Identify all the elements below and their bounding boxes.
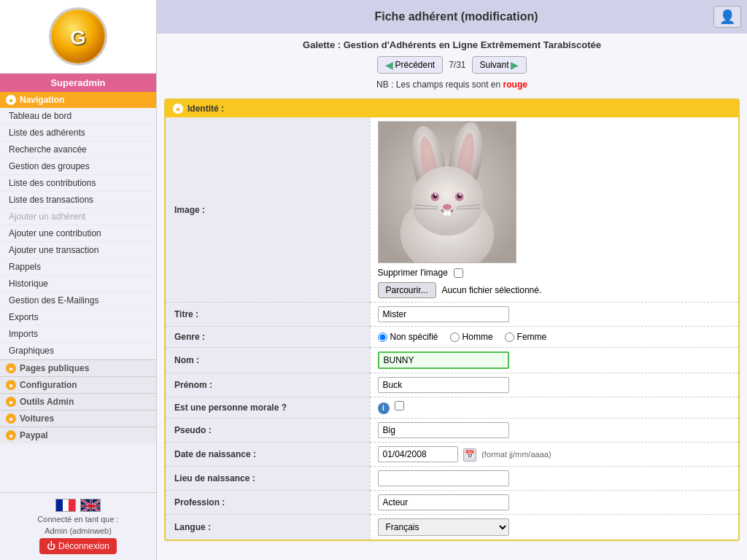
nav-item-imports[interactable]: Imports bbox=[0, 326, 156, 343]
browse-button[interactable]: Parcourir... bbox=[378, 282, 436, 298]
page-indicator: 7/31 bbox=[449, 60, 465, 70]
genre-value: Non spécifié Homme Femme bbox=[370, 327, 738, 348]
app-logo: G bbox=[49, 7, 107, 66]
svg-rect-28 bbox=[447, 211, 451, 216]
disconnect-label: Déconnexion bbox=[58, 541, 109, 551]
v-bullet: ● bbox=[6, 413, 16, 424]
titre-row: Titre : bbox=[166, 303, 738, 327]
remove-image-label: Supprimer l'image bbox=[378, 268, 448, 278]
section-header: ● Identité : bbox=[166, 100, 738, 117]
paypal-bullet: ● bbox=[6, 430, 16, 440]
genre-label: Genre : bbox=[166, 327, 370, 348]
nav-item-gestion-des-e-mailings[interactable]: Gestion des E-Mailings bbox=[0, 292, 156, 309]
date-naissance-input[interactable] bbox=[378, 446, 458, 462]
nav-item-exports[interactable]: Exports bbox=[0, 309, 156, 326]
profession-input[interactable] bbox=[378, 494, 509, 510]
logo-area: G bbox=[0, 0, 156, 74]
remove-image-checkbox[interactable] bbox=[454, 268, 463, 278]
personne-morale-row: Est une personne morale ? i bbox=[166, 397, 738, 419]
nav-bullet: ● bbox=[6, 95, 16, 105]
nav-item-liste-des-adhérents[interactable]: Liste des adhérents bbox=[0, 125, 156, 141]
genre-radio-femme[interactable] bbox=[505, 332, 514, 342]
configuration-label: Configuration bbox=[20, 380, 77, 390]
image-row: Image : bbox=[166, 117, 738, 303]
identity-form-table: Image : bbox=[166, 117, 738, 540]
superadmin-bar: Superadmin bbox=[0, 74, 156, 92]
nav-item-gestion-des-groupes[interactable]: Gestion des groupes bbox=[0, 158, 156, 175]
genre-non-specifie[interactable]: Non spécifié bbox=[378, 332, 438, 342]
nav-item-liste-des-transactions[interactable]: Liste des transactions bbox=[0, 192, 156, 209]
nav-item-historique[interactable]: Historique bbox=[0, 276, 156, 292]
titre-label: Titre : bbox=[166, 303, 370, 327]
genre-radio-group: Non spécifié Homme Femme bbox=[378, 332, 732, 342]
langue-label: Langue : bbox=[166, 515, 370, 540]
info-icon[interactable]: i bbox=[378, 402, 390, 414]
pseudo-input[interactable] bbox=[378, 422, 509, 438]
nom-value bbox=[370, 348, 738, 373]
nav-item-rappels[interactable]: Rappels bbox=[0, 259, 156, 276]
nom-row: Nom : bbox=[166, 348, 738, 373]
svg-point-24 bbox=[434, 193, 436, 195]
next-button[interactable]: Suivant ▶ bbox=[472, 56, 527, 74]
genre-radio-homme[interactable] bbox=[450, 332, 460, 342]
nav-item-ajouter-une-transaction[interactable]: Ajouter une transaction bbox=[0, 242, 156, 259]
profession-value bbox=[370, 491, 738, 515]
navigation-section[interactable]: ● Navigation bbox=[0, 92, 156, 108]
titre-value bbox=[370, 303, 738, 327]
personne-morale-checkbox[interactable] bbox=[395, 401, 404, 411]
nav-item-ajouter-une-contribution[interactable]: Ajouter une contribution bbox=[0, 225, 156, 242]
language-flags bbox=[6, 499, 150, 512]
main-content: Fiche adhérent (modification) 👤 Galette … bbox=[157, 0, 747, 560]
personne-morale-value: i bbox=[370, 397, 738, 419]
outils-admin-label: Outils Admin bbox=[20, 397, 74, 407]
titre-input[interactable] bbox=[378, 306, 509, 322]
flag-french[interactable] bbox=[55, 499, 76, 512]
disconnect-button[interactable]: ⏻ Déconnexion bbox=[39, 538, 117, 554]
lieu-naissance-label: Lieu de naissance : bbox=[166, 467, 370, 491]
prev-button[interactable]: ◀ Précédent bbox=[377, 56, 443, 74]
genre-homme[interactable]: Homme bbox=[450, 332, 493, 342]
genre-femme[interactable]: Femme bbox=[505, 332, 547, 342]
oa-bullet: ● bbox=[6, 397, 16, 407]
profession-row: Profession : bbox=[166, 491, 738, 515]
date-naissance-value: 📅 (format jj/mm/aaaa) bbox=[370, 443, 738, 467]
image-value: Supprimer l'image Parcourir... Aucun fic… bbox=[370, 117, 738, 303]
nav-item-tableau-de-bord[interactable]: Tableau de bord bbox=[0, 108, 156, 125]
bunny-image bbox=[378, 121, 516, 263]
nav-item-graphiques[interactable]: Graphiques bbox=[0, 343, 156, 359]
section-bullet: ● bbox=[173, 104, 183, 114]
prenom-input[interactable] bbox=[378, 377, 509, 393]
lieu-naissance-input[interactable] bbox=[378, 470, 509, 486]
lieu-naissance-value bbox=[370, 467, 738, 491]
flag-english[interactable] bbox=[80, 499, 101, 512]
langue-select[interactable]: Français English bbox=[378, 518, 509, 536]
nav-item-recherche-avancée[interactable]: Recherche avancée bbox=[0, 141, 156, 158]
prenom-row: Prénom : bbox=[166, 373, 738, 397]
pages-publiques-section[interactable]: ● Pages publiques bbox=[0, 359, 156, 376]
svg-rect-27 bbox=[444, 211, 447, 216]
user-icon-button[interactable]: 👤 bbox=[713, 6, 741, 28]
paypal-section[interactable]: ● Paypal bbox=[0, 427, 156, 443]
nav-item-liste-des-contributions[interactable]: Liste des contributions bbox=[0, 175, 156, 192]
no-file-label: Aucun fichier sélectionné. bbox=[442, 285, 542, 295]
pseudo-value bbox=[370, 419, 738, 443]
outils-admin-section[interactable]: ● Outils Admin bbox=[0, 393, 156, 410]
lieu-naissance-row: Lieu de naissance : bbox=[166, 467, 738, 491]
connected-as-text: Connecté en tant que : bbox=[6, 515, 150, 524]
prenom-label: Prénom : bbox=[166, 373, 370, 397]
calendar-icon[interactable]: 📅 bbox=[463, 448, 476, 462]
admin-name-text: Admin (adminweb) bbox=[6, 526, 150, 535]
required-note: NB : Les champs requis sont en rouge bbox=[157, 77, 747, 93]
nom-input[interactable] bbox=[378, 351, 509, 369]
configuration-section[interactable]: ● Configuration bbox=[0, 376, 156, 393]
genre-radio-non-specifie[interactable] bbox=[378, 332, 387, 342]
nav-item-ajouter-un-adhérent[interactable]: Ajouter un adhérent bbox=[0, 209, 156, 225]
app-subtitle: Galette : Gestion d'Adhérents en Ligne E… bbox=[157, 34, 747, 53]
pseudo-label: Pseudo : bbox=[166, 419, 370, 443]
svg-point-25 bbox=[459, 193, 461, 195]
identity-section: ● Identité : Image : bbox=[164, 98, 740, 541]
date-format-hint: (format jj/mm/aaaa) bbox=[481, 450, 551, 459]
nav-items-list: Tableau de bordListe des adhérentsRecher… bbox=[0, 108, 156, 359]
voitures-section[interactable]: ● Voitures bbox=[0, 410, 156, 427]
pages-publiques-label: Pages publiques bbox=[20, 363, 89, 373]
